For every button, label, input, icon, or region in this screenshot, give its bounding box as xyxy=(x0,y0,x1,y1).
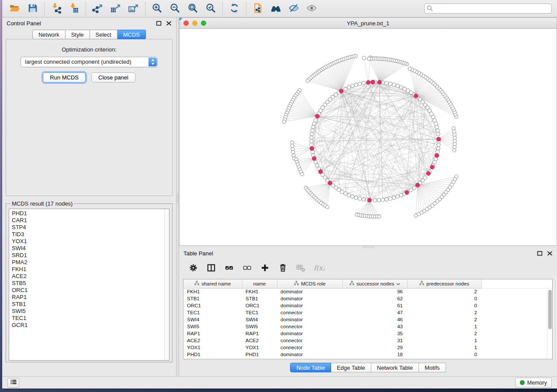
table-cell[interactable]: TEC1 xyxy=(183,309,242,316)
table-cell[interactable]: 18 xyxy=(343,351,407,358)
toggle-visibility-button[interactable] xyxy=(285,1,303,16)
table-cell[interactable]: 2 xyxy=(407,288,481,295)
column-header-successor-nodes[interactable]: successor nodes xyxy=(343,279,407,288)
mcds-result-item[interactable]: ORC1 xyxy=(12,287,169,294)
column-header-predecessor-nodes[interactable]: predecessor nodes xyxy=(407,279,481,288)
table-cell[interactable]: 47 xyxy=(343,309,407,316)
sort-desc-icon[interactable] xyxy=(396,281,400,286)
result-list-scrollbar[interactable] xyxy=(164,209,169,360)
table-cell[interactable]: dominator xyxy=(277,288,343,295)
table-cell[interactable]: 43 xyxy=(343,323,407,330)
table-cell[interactable]: TEC1 xyxy=(242,309,277,316)
vertical-splitter[interactable] xyxy=(176,17,179,376)
table-cell[interactable]: 62 xyxy=(343,295,407,302)
table-cell[interactable]: dominator xyxy=(277,351,343,358)
mcds-result-item[interactable]: TEC1 xyxy=(12,315,169,322)
table-cell[interactable]: YOX1 xyxy=(183,344,242,351)
table-cell[interactable]: SWI4 xyxy=(183,316,242,323)
import-table-button[interactable] xyxy=(65,1,83,16)
table-row[interactable]: STB1STB1dominator620 xyxy=(183,295,552,302)
tab-motifs[interactable]: Motifs xyxy=(419,363,446,372)
zoom-out-button[interactable] xyxy=(166,1,184,16)
mcds-result-item[interactable]: SWI4 xyxy=(12,245,169,252)
task-history-button[interactable] xyxy=(7,378,19,388)
mcds-result-item[interactable]: SWI5 xyxy=(12,308,169,315)
mcds-result-item[interactable]: CAR1 xyxy=(12,217,169,224)
table-cell[interactable]: ACE2 xyxy=(242,337,277,344)
table-cell[interactable]: FKH1 xyxy=(183,288,242,295)
tab-select[interactable]: Select xyxy=(90,30,118,39)
mcds-result-item[interactable]: ACE2 xyxy=(12,273,169,280)
mcds-result-item[interactable]: PMA2 xyxy=(12,259,169,266)
close-panel-icon[interactable] xyxy=(166,21,172,26)
table-row[interactable]: RAP1RAP1dominator352 xyxy=(183,330,552,337)
network-document-button[interactable] xyxy=(249,1,267,16)
tab-mcds[interactable]: MCDS xyxy=(118,30,146,39)
tab-edge-table[interactable]: Edge Table xyxy=(331,363,371,372)
criterion-select[interactable]: largest connected component (undirected) xyxy=(21,57,158,67)
tab-network-table[interactable]: Network Table xyxy=(371,363,419,372)
table-cell[interactable]: 1 xyxy=(407,323,481,330)
table-cell[interactable]: 2 xyxy=(407,316,481,323)
table-cell[interactable]: PHD1 xyxy=(242,351,277,358)
export-table-button[interactable] xyxy=(107,1,125,16)
table-cell[interactable]: ACE2 xyxy=(183,337,242,344)
table-settings-button[interactable] xyxy=(188,263,198,274)
import-network-button[interactable] xyxy=(47,1,65,16)
table-cell[interactable]: 2 xyxy=(407,309,481,316)
table-cell[interactable]: connector xyxy=(277,337,343,344)
table-cell[interactable]: STB1 xyxy=(242,295,277,302)
table-cell[interactable]: connector xyxy=(277,309,343,316)
delete-columns-button[interactable] xyxy=(277,263,288,274)
table-row[interactable]: YOX1YOX1connector291 xyxy=(183,344,552,351)
select-all-rows-button[interactable] xyxy=(224,263,234,274)
mcds-result-item[interactable]: RAP1 xyxy=(12,294,169,301)
tab-style[interactable]: Style xyxy=(66,30,90,39)
table-cell[interactable]: ORC1 xyxy=(183,302,242,309)
mcds-result-item[interactable]: STB1 xyxy=(12,301,169,308)
show-columns-button[interactable] xyxy=(206,263,216,274)
network-titlebar[interactable]: YPA_prune.txt_1 xyxy=(180,18,557,29)
table-row[interactable]: TEC1TEC1connector472 xyxy=(183,309,552,316)
mcds-result-item[interactable]: YOX1 xyxy=(12,238,169,245)
table-row[interactable]: ORC1ORC1dominator610 xyxy=(183,302,552,309)
mcds-result-item[interactable]: FKH1 xyxy=(12,266,169,273)
close-table-panel-icon[interactable] xyxy=(547,251,553,256)
table-row[interactable]: SWI5SWI5connector431 xyxy=(183,323,552,330)
zoom-fit-button[interactable] xyxy=(184,1,202,16)
zoom-selected-button[interactable] xyxy=(202,1,220,16)
table-cell[interactable]: dominator xyxy=(277,295,343,302)
table-cell[interactable]: 1 xyxy=(407,337,481,344)
table-scrollbar-thumb[interactable] xyxy=(548,290,552,329)
mcds-result-item[interactable]: STP4 xyxy=(12,224,169,231)
tab-node-table[interactable]: Node Table xyxy=(290,363,331,372)
network-canvas[interactable] xyxy=(180,29,557,245)
table-cell[interactable]: 1 xyxy=(407,344,481,351)
table-cell[interactable]: connector xyxy=(277,323,343,330)
vertical-splitter-handle[interactable] xyxy=(177,194,178,203)
column-header-MCDS-role[interactable]: MCDS role xyxy=(277,279,343,288)
table-cell[interactable]: ORC1 xyxy=(242,302,277,309)
table-row[interactable]: ACE2ACE2connector311 xyxy=(183,337,552,344)
table-cell[interactable]: RAP1 xyxy=(242,330,277,337)
table-cell[interactable]: dominator xyxy=(277,330,343,337)
table-cell[interactable]: RAP1 xyxy=(183,330,242,337)
table-cell[interactable]: PHD1 xyxy=(183,351,242,358)
table-cell[interactable]: 35 xyxy=(343,330,407,337)
mcds-result-item[interactable]: PHD1 xyxy=(12,210,169,217)
export-network-button[interactable] xyxy=(89,1,107,16)
table-cell[interactable]: SWI5 xyxy=(242,323,277,330)
show-hidden-button[interactable] xyxy=(303,1,321,16)
float-panel-icon[interactable] xyxy=(156,21,162,26)
table-cell[interactable]: connector xyxy=(277,344,343,351)
search-input[interactable] xyxy=(424,3,552,14)
table-cell[interactable]: 0 xyxy=(407,295,481,302)
table-cell[interactable]: 96 xyxy=(343,288,407,295)
table-row[interactable]: PHD1PHD1dominator180 xyxy=(183,351,552,358)
table-cell[interactable]: dominator xyxy=(277,302,343,309)
mcds-result-item[interactable]: SRD1 xyxy=(12,252,169,259)
add-column-button[interactable] xyxy=(259,263,270,274)
zoom-in-button[interactable] xyxy=(148,1,166,16)
table-cell[interactable]: 29 xyxy=(343,344,407,351)
table-cell[interactable]: YOX1 xyxy=(242,344,277,351)
